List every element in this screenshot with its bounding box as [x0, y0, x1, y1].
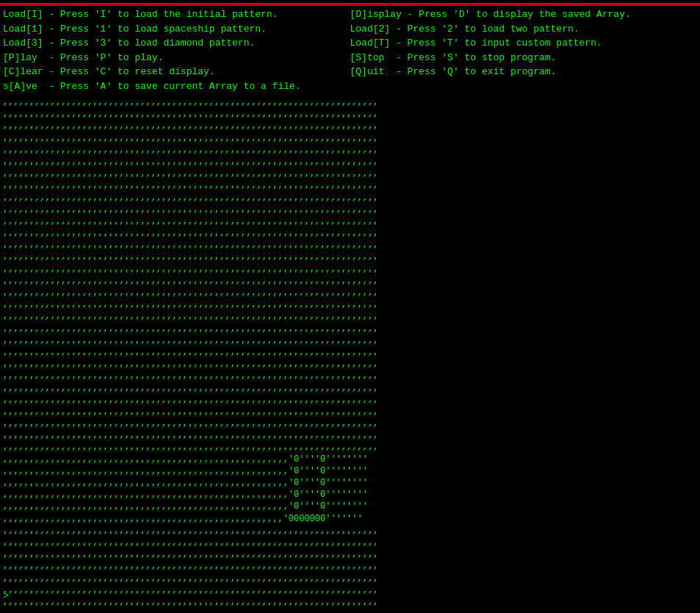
menu-item-load-2: Load[2] - Press '2' to load two pattern.	[350, 22, 698, 37]
menu-item-load-i: Load[I] - Press 'I' to load the initial …	[3, 7, 350, 22]
menu-item-stop: [S]top - Press 'S' to stop program.	[350, 51, 698, 65]
menu-section: Load[I] - Press 'I' to load the initial …	[3, 7, 697, 93]
display-area: ,,,,,,,,,,,,,,,,,,,,,,,,,,,,,,,,,,,,,,,,…	[3, 96, 697, 613]
menu-item-display: [D]isplay - Press 'D' to display the sav…	[350, 7, 698, 22]
prompt-line: >	[3, 590, 9, 601]
menu-left: Load[I] - Press 'I' to load the initial …	[3, 7, 350, 93]
menu-right: [D]isplay - Press 'D' to display the sav…	[350, 7, 698, 93]
menu-item-save: s[A]ve - Press 'A' to save current Array…	[3, 79, 350, 94]
menu-item-play: [P]lay - Press 'P' to play.	[3, 51, 350, 65]
menu-item-load-t: Load[T] - Press 'T' to input custom patt…	[350, 36, 698, 51]
header-bar	[0, 3, 700, 6]
menu-item-load-1: Load[1] - Press '1' to load spaceship pa…	[3, 22, 350, 37]
prompt-symbol[interactable]: >	[3, 590, 9, 601]
menu-item-quit: [Q]uit - Press 'Q' to exit program.	[350, 65, 698, 79]
menu-item-load-3: Load[3] - Press '3' to load diamond patt…	[3, 36, 350, 51]
menu-item-clear: [C]lear - Press 'C' to reset display.	[3, 65, 350, 79]
terminal-window: Load[I] - Press 'I' to load the initial …	[0, 3, 700, 613]
